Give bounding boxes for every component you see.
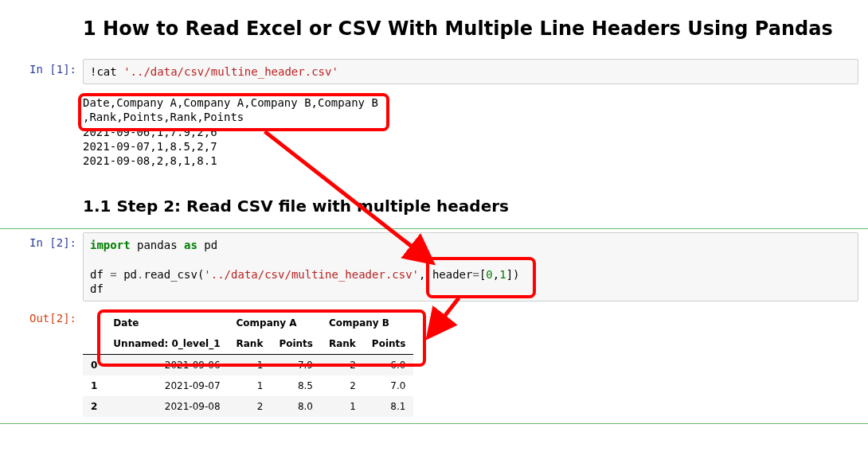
- th-rank: Rank: [229, 333, 272, 355]
- bracket-close: ]): [506, 268, 520, 281]
- cell-points: 6.0: [364, 354, 414, 375]
- row-index: 0: [83, 354, 105, 375]
- keyword-import: import: [90, 239, 131, 251]
- markdown-cell: 1.1 Step 2: Read CSV file with multiple …: [0, 176, 868, 228]
- cell-date: 2021-09-08: [105, 396, 228, 417]
- table-row: 12021-09-0718.527.0: [83, 375, 413, 396]
- heading-1: 1 How to Read Excel or CSV With Multiple…: [83, 18, 858, 40]
- alias: pd: [197, 239, 217, 251]
- cell-points: 7.9: [271, 354, 321, 375]
- cell-rank: 2: [321, 354, 364, 375]
- th-points: Points: [364, 333, 414, 355]
- th-blank: [83, 333, 105, 355]
- var-df: df: [90, 268, 110, 281]
- code-input-1[interactable]: !cat '../data/csv/multine_header.csv': [83, 59, 858, 84]
- prompt-empty: [0, 91, 83, 173]
- output-line: 2021-09-08,2,8,1,8.1: [83, 154, 217, 167]
- expr-df: df: [90, 282, 104, 295]
- output-line: 2021-09-07,1,8.5,2,7: [83, 140, 217, 153]
- markdown-cell: 1 How to Read Excel or CSV With Multiple…: [0, 0, 868, 56]
- string-literal: '../data/csv/multine_header.csv': [123, 65, 338, 78]
- keyword-as: as: [184, 239, 197, 251]
- cell-rank: 2: [229, 396, 272, 417]
- shell-command: cat: [96, 65, 123, 78]
- num-one: 1: [499, 268, 506, 281]
- th-date: Date: [105, 313, 228, 333]
- output-line: 2021-09-06,1,7.9,2,6: [83, 126, 217, 138]
- cell-rank: 1: [229, 354, 272, 375]
- stdout-output: Date,Company A,Company A,Company B,Compa…: [83, 91, 858, 173]
- th-rank: Rank: [321, 333, 364, 355]
- op-eq: =: [472, 268, 479, 281]
- output-line: ,Rank,Points,Rank,Points: [83, 111, 244, 123]
- prompt-empty: [0, 179, 83, 225]
- th-company-b: Company B: [321, 313, 413, 333]
- output-line: Date,Company A,Company A,Company B,Compa…: [83, 96, 378, 109]
- table-row: 02021-09-0617.926.0: [83, 354, 413, 375]
- fn-read-csv: read_csv(: [143, 268, 204, 281]
- cell-points: 7.0: [364, 375, 414, 396]
- th-company-a: Company A: [229, 313, 321, 333]
- kwarg-header: header: [432, 268, 473, 281]
- prompt-empty: [0, 3, 83, 53]
- th-points: Points: [271, 333, 321, 355]
- table-row: 22021-09-0828.018.1: [83, 396, 413, 417]
- string-literal: '../data/csv/multine_header.csv': [204, 268, 419, 281]
- input-prompt: In [1]:: [0, 59, 83, 84]
- row-index: 1: [83, 375, 105, 396]
- dataframe-table: Date Company A Company B Unnamed: 0_leve…: [83, 313, 413, 417]
- input-prompt: In [2]:: [0, 232, 83, 301]
- code-cell-1[interactable]: In [1]: !cat '../data/csv/multine_header…: [0, 56, 868, 88]
- cell-points: 8.0: [271, 396, 321, 417]
- cell-points: 8.5: [271, 375, 321, 396]
- num-zero: 0: [486, 268, 492, 281]
- cell-rank: 1: [321, 396, 364, 417]
- row-index: 2: [83, 396, 105, 417]
- table-header-row: Unnamed: 0_level_1 Rank Points Rank Poin…: [83, 333, 413, 355]
- heading-2: 1.1 Step 2: Read CSV file with multiple …: [83, 196, 858, 216]
- table-header-row: Date Company A Company B: [83, 313, 413, 333]
- code-cell-2[interactable]: In [2]: import pandas as pd df = pd.read…: [0, 229, 868, 305]
- selected-cell-wrapper: In [2]: import pandas as pd df = pd.read…: [0, 228, 868, 424]
- cell-rank: 2: [321, 375, 364, 396]
- notebook-container: 1 How to Read Excel or CSV With Multiple…: [0, 0, 868, 424]
- cell-points: 8.1: [364, 396, 414, 417]
- code-cell-2-output: Out[2]: Date Company A Company B Unnamed…: [0, 305, 868, 423]
- code-cell-1-output: Date,Company A,Company A,Company B,Compa…: [0, 88, 868, 176]
- op-assign: =: [110, 268, 116, 281]
- module-name: pandas: [131, 239, 184, 251]
- comma: ,: [493, 268, 499, 281]
- code-input-2[interactable]: import pandas as pd df = pd.read_csv('..…: [83, 232, 858, 301]
- th-blank: [83, 313, 105, 333]
- cell-rank: 1: [229, 375, 272, 396]
- output-prompt: Out[2]:: [0, 308, 83, 420]
- cell-date: 2021-09-06: [105, 354, 228, 375]
- th-unnamed: Unnamed: 0_level_1: [105, 333, 228, 355]
- cell-date: 2021-09-07: [105, 375, 228, 396]
- module-ref: pd: [117, 268, 137, 281]
- comma: ,: [419, 268, 432, 281]
